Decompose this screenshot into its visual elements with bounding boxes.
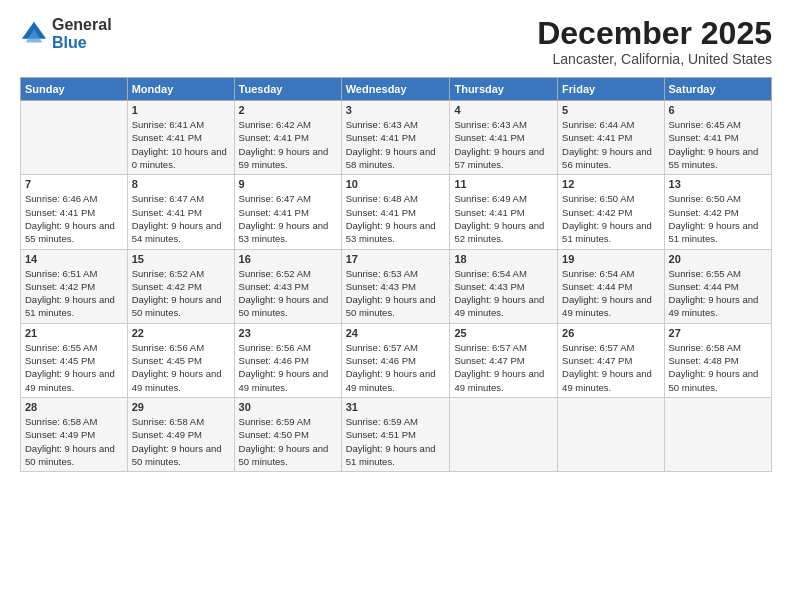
- cell-info: Sunrise: 6:58 AMSunset: 4:49 PMDaylight:…: [25, 415, 123, 468]
- cell-date: 23: [239, 327, 337, 339]
- col-monday: Monday: [127, 78, 234, 101]
- cell-1-2: 9Sunrise: 6:47 AMSunset: 4:41 PMDaylight…: [234, 175, 341, 249]
- cell-info: Sunrise: 6:59 AMSunset: 4:50 PMDaylight:…: [239, 415, 337, 468]
- cell-1-5: 12Sunrise: 6:50 AMSunset: 4:42 PMDayligh…: [558, 175, 664, 249]
- cell-3-4: 25Sunrise: 6:57 AMSunset: 4:47 PMDayligh…: [450, 323, 558, 397]
- page: General Blue December 2025 Lancaster, Ca…: [0, 0, 792, 612]
- cell-date: 3: [346, 104, 446, 116]
- cell-info: Sunrise: 6:57 AMSunset: 4:47 PMDaylight:…: [454, 341, 553, 394]
- cell-date: 24: [346, 327, 446, 339]
- cell-info: Sunrise: 6:56 AMSunset: 4:46 PMDaylight:…: [239, 341, 337, 394]
- cell-date: 9: [239, 178, 337, 190]
- cell-info: Sunrise: 6:43 AMSunset: 4:41 PMDaylight:…: [454, 118, 553, 171]
- cell-date: 17: [346, 253, 446, 265]
- cell-date: 22: [132, 327, 230, 339]
- cell-info: Sunrise: 6:53 AMSunset: 4:43 PMDaylight:…: [346, 267, 446, 320]
- cell-date: 8: [132, 178, 230, 190]
- cell-info: Sunrise: 6:47 AMSunset: 4:41 PMDaylight:…: [132, 192, 230, 245]
- cell-3-3: 24Sunrise: 6:57 AMSunset: 4:46 PMDayligh…: [341, 323, 450, 397]
- cell-info: Sunrise: 6:50 AMSunset: 4:42 PMDaylight:…: [669, 192, 767, 245]
- cell-info: Sunrise: 6:52 AMSunset: 4:43 PMDaylight:…: [239, 267, 337, 320]
- cell-date: 6: [669, 104, 767, 116]
- cell-info: Sunrise: 6:44 AMSunset: 4:41 PMDaylight:…: [562, 118, 659, 171]
- cell-info: Sunrise: 6:41 AMSunset: 4:41 PMDaylight:…: [132, 118, 230, 171]
- header: General Blue December 2025 Lancaster, Ca…: [20, 16, 772, 67]
- cell-info: Sunrise: 6:55 AMSunset: 4:45 PMDaylight:…: [25, 341, 123, 394]
- col-thursday: Thursday: [450, 78, 558, 101]
- cell-2-3: 17Sunrise: 6:53 AMSunset: 4:43 PMDayligh…: [341, 249, 450, 323]
- cell-info: Sunrise: 6:55 AMSunset: 4:44 PMDaylight:…: [669, 267, 767, 320]
- logo-blue: Blue: [52, 34, 112, 52]
- cell-2-2: 16Sunrise: 6:52 AMSunset: 4:43 PMDayligh…: [234, 249, 341, 323]
- calendar-table: Sunday Monday Tuesday Wednesday Thursday…: [20, 77, 772, 472]
- cell-1-4: 11Sunrise: 6:49 AMSunset: 4:41 PMDayligh…: [450, 175, 558, 249]
- cell-3-0: 21Sunrise: 6:55 AMSunset: 4:45 PMDayligh…: [21, 323, 128, 397]
- cell-4-1: 29Sunrise: 6:58 AMSunset: 4:49 PMDayligh…: [127, 397, 234, 471]
- cell-4-2: 30Sunrise: 6:59 AMSunset: 4:50 PMDayligh…: [234, 397, 341, 471]
- cell-info: Sunrise: 6:52 AMSunset: 4:42 PMDaylight:…: [132, 267, 230, 320]
- cell-date: 30: [239, 401, 337, 413]
- cell-date: 28: [25, 401, 123, 413]
- cell-0-3: 3Sunrise: 6:43 AMSunset: 4:41 PMDaylight…: [341, 101, 450, 175]
- cell-info: Sunrise: 6:57 AMSunset: 4:47 PMDaylight:…: [562, 341, 659, 394]
- cell-date: 11: [454, 178, 553, 190]
- col-saturday: Saturday: [664, 78, 771, 101]
- cell-info: Sunrise: 6:50 AMSunset: 4:42 PMDaylight:…: [562, 192, 659, 245]
- cell-date: 12: [562, 178, 659, 190]
- cell-info: Sunrise: 6:57 AMSunset: 4:46 PMDaylight:…: [346, 341, 446, 394]
- week-row-3: 21Sunrise: 6:55 AMSunset: 4:45 PMDayligh…: [21, 323, 772, 397]
- cell-date: 25: [454, 327, 553, 339]
- cell-info: Sunrise: 6:56 AMSunset: 4:45 PMDaylight:…: [132, 341, 230, 394]
- subtitle: Lancaster, California, United States: [537, 51, 772, 67]
- logo-general: General: [52, 16, 112, 34]
- cell-2-1: 15Sunrise: 6:52 AMSunset: 4:42 PMDayligh…: [127, 249, 234, 323]
- cell-info: Sunrise: 6:49 AMSunset: 4:41 PMDaylight:…: [454, 192, 553, 245]
- cell-info: Sunrise: 6:54 AMSunset: 4:43 PMDaylight:…: [454, 267, 553, 320]
- cell-3-5: 26Sunrise: 6:57 AMSunset: 4:47 PMDayligh…: [558, 323, 664, 397]
- cell-date: 1: [132, 104, 230, 116]
- cell-date: 29: [132, 401, 230, 413]
- cell-0-4: 4Sunrise: 6:43 AMSunset: 4:41 PMDaylight…: [450, 101, 558, 175]
- cell-date: 7: [25, 178, 123, 190]
- cell-date: 13: [669, 178, 767, 190]
- cell-date: 16: [239, 253, 337, 265]
- cell-0-0: [21, 101, 128, 175]
- cell-4-3: 31Sunrise: 6:59 AMSunset: 4:51 PMDayligh…: [341, 397, 450, 471]
- cell-3-2: 23Sunrise: 6:56 AMSunset: 4:46 PMDayligh…: [234, 323, 341, 397]
- cell-info: Sunrise: 6:51 AMSunset: 4:42 PMDaylight:…: [25, 267, 123, 320]
- cell-date: 10: [346, 178, 446, 190]
- cell-0-6: 6Sunrise: 6:45 AMSunset: 4:41 PMDaylight…: [664, 101, 771, 175]
- cell-date: 2: [239, 104, 337, 116]
- header-row: Sunday Monday Tuesday Wednesday Thursday…: [21, 78, 772, 101]
- cell-date: 27: [669, 327, 767, 339]
- cell-0-5: 5Sunrise: 6:44 AMSunset: 4:41 PMDaylight…: [558, 101, 664, 175]
- cell-date: 18: [454, 253, 553, 265]
- cell-3-1: 22Sunrise: 6:56 AMSunset: 4:45 PMDayligh…: [127, 323, 234, 397]
- week-row-2: 14Sunrise: 6:51 AMSunset: 4:42 PMDayligh…: [21, 249, 772, 323]
- cell-date: 20: [669, 253, 767, 265]
- week-row-4: 28Sunrise: 6:58 AMSunset: 4:49 PMDayligh…: [21, 397, 772, 471]
- cell-4-5: [558, 397, 664, 471]
- cell-1-3: 10Sunrise: 6:48 AMSunset: 4:41 PMDayligh…: [341, 175, 450, 249]
- cell-info: Sunrise: 6:58 AMSunset: 4:49 PMDaylight:…: [132, 415, 230, 468]
- cell-date: 5: [562, 104, 659, 116]
- cell-date: 15: [132, 253, 230, 265]
- title-area: December 2025 Lancaster, California, Uni…: [537, 16, 772, 67]
- cell-date: 19: [562, 253, 659, 265]
- cell-info: Sunrise: 6:46 AMSunset: 4:41 PMDaylight:…: [25, 192, 123, 245]
- col-sunday: Sunday: [21, 78, 128, 101]
- cell-1-0: 7Sunrise: 6:46 AMSunset: 4:41 PMDaylight…: [21, 175, 128, 249]
- cell-info: Sunrise: 6:42 AMSunset: 4:41 PMDaylight:…: [239, 118, 337, 171]
- col-tuesday: Tuesday: [234, 78, 341, 101]
- cell-0-1: 1Sunrise: 6:41 AMSunset: 4:41 PMDaylight…: [127, 101, 234, 175]
- cell-date: 31: [346, 401, 446, 413]
- cell-info: Sunrise: 6:43 AMSunset: 4:41 PMDaylight:…: [346, 118, 446, 171]
- week-row-0: 1Sunrise: 6:41 AMSunset: 4:41 PMDaylight…: [21, 101, 772, 175]
- cell-4-0: 28Sunrise: 6:58 AMSunset: 4:49 PMDayligh…: [21, 397, 128, 471]
- cell-info: Sunrise: 6:48 AMSunset: 4:41 PMDaylight:…: [346, 192, 446, 245]
- cell-date: 26: [562, 327, 659, 339]
- logo-icon: [20, 20, 48, 48]
- cell-info: Sunrise: 6:54 AMSunset: 4:44 PMDaylight:…: [562, 267, 659, 320]
- cell-info: Sunrise: 6:47 AMSunset: 4:41 PMDaylight:…: [239, 192, 337, 245]
- cell-3-6: 27Sunrise: 6:58 AMSunset: 4:48 PMDayligh…: [664, 323, 771, 397]
